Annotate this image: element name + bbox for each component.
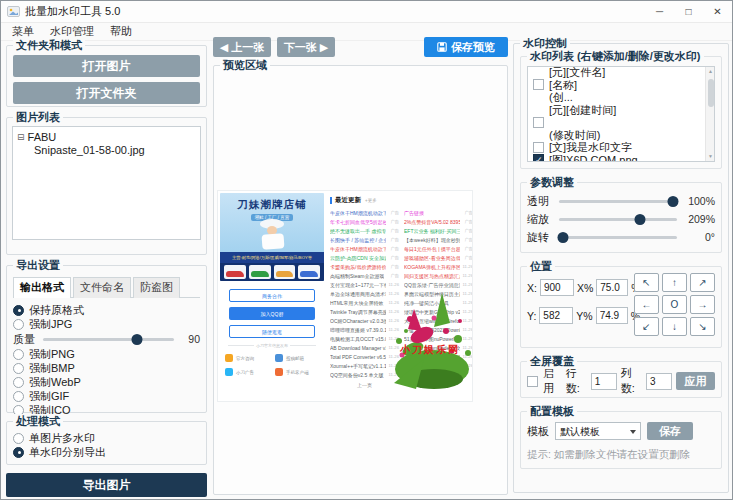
- align-left-button[interactable]: ←: [634, 295, 659, 314]
- left-panel: 文件夹和模式 打开图片 打开文件夹 图片列表 ⊟ FABU Snipaste_0…: [6, 45, 207, 495]
- preview-area-group: 预览区域 刀妹潮牌店铺 潮鞋 / 工厂 / 直营 主营:耐克/阿迪/万斯/匡威/…: [213, 65, 508, 495]
- template-select[interactable]: 默认模板: [555, 422, 641, 440]
- enable-checkbox[interactable]: [527, 376, 538, 387]
- collapse-icon[interactable]: ⊟: [17, 132, 25, 142]
- param-slider-handle[interactable]: [668, 196, 679, 207]
- watermark-item[interactable]: [元][文件名]: [533, 66, 700, 79]
- quality-slider[interactable]: [43, 338, 174, 341]
- menu-item-帮助[interactable]: 帮助: [102, 24, 140, 39]
- watermark-item[interactable]: [图]X6D.COM.png: [533, 154, 700, 163]
- preview-toolbar: ◀ 上一张 下一张 ▶ 保存预览: [213, 37, 510, 57]
- output-format-option[interactable]: 强制BMP: [13, 361, 200, 375]
- banner-title: 刀妹潮牌店铺: [220, 198, 324, 212]
- param-slider[interactable]: [559, 218, 677, 221]
- tree-node-root[interactable]: ⊟ FABU: [17, 131, 196, 143]
- maximize-button[interactable]: □: [674, 1, 703, 22]
- preview-link-tag: 广告: [391, 228, 399, 233]
- preview-link: 界面云端模型神级日历主题美化: [404, 291, 460, 297]
- preview-list-header: 最近更新 +更多: [330, 195, 470, 206]
- minimize-button[interactable]: ─: [645, 1, 674, 22]
- param-slider[interactable]: [559, 236, 677, 239]
- preview-link-tag: 11-26: [463, 336, 472, 341]
- watermark-checkbox[interactable]: [533, 117, 544, 128]
- process-mode-group: 处理模式 单图片多水印单水印分别导出: [6, 421, 207, 465]
- param-slider-handle[interactable]: [557, 232, 568, 243]
- radio-icon[interactable]: [13, 391, 24, 402]
- preview-link-tag: 11-26: [463, 318, 472, 323]
- y-input[interactable]: [539, 307, 573, 324]
- preview-link: OC姬OCharacter v2.0.3便携版: [330, 318, 386, 324]
- open-folder-button[interactable]: 打开文件夹: [13, 82, 200, 104]
- preview-link-tag: 11-26: [389, 318, 399, 323]
- next-image-button[interactable]: 下一张 ▶: [277, 37, 335, 57]
- align-top-left-button[interactable]: ↖: [634, 273, 659, 292]
- preview-link: 电脑检测工具OCCT v15.0.11.99特别..: [330, 336, 386, 342]
- watermark-item[interactable]: [名称]: [533, 79, 700, 92]
- param-slider-row: 旋转0°: [527, 228, 715, 246]
- output-format-option[interactable]: 强制JPG: [13, 317, 200, 331]
- align-top-right-button[interactable]: ↗: [690, 273, 715, 292]
- rows-input[interactable]: [591, 373, 617, 390]
- tab-文件命名[interactable]: 文件命名: [73, 277, 131, 298]
- template-select-value: 默认模板: [560, 426, 600, 437]
- export-images-button[interactable]: 导出图片: [6, 473, 207, 497]
- prev-image-button[interactable]: ◀ 上一张: [213, 37, 271, 57]
- menu-item-菜单[interactable]: 菜单: [4, 24, 42, 39]
- radio-icon[interactable]: [13, 305, 24, 316]
- preview-side-button: 加入QQ群: [229, 307, 315, 320]
- save-template-button[interactable]: 保存: [647, 422, 693, 440]
- param-slider-handle[interactable]: [635, 214, 646, 225]
- watermark-checkbox[interactable]: [533, 79, 544, 90]
- preview-link-row: 51正版 | 草图nuPowerPoint11-26: [404, 334, 472, 343]
- output-format-option[interactable]: 强制GIF: [13, 389, 200, 403]
- tree-node-file[interactable]: Snipaste_01-58-00.jpg: [17, 144, 196, 156]
- scrollbar[interactable]: ▲ ▼: [705, 67, 714, 161]
- watermark-item[interactable]: [元][创建时间]: [533, 104, 700, 117]
- watermark-item[interactable]: [文]我是水印文字: [533, 141, 700, 154]
- radio-icon[interactable]: [13, 319, 24, 330]
- process-mode-option[interactable]: 单图片多水印: [13, 431, 200, 445]
- radio-icon[interactable]: [13, 447, 24, 458]
- open-image-button[interactable]: 打开图片: [13, 55, 200, 77]
- preview-link-tag: 11-26: [389, 363, 399, 368]
- quality-slider-handle[interactable]: [132, 334, 143, 345]
- align-bottom-left-button[interactable]: ↙: [634, 317, 659, 336]
- x-input[interactable]: [540, 279, 574, 296]
- align-bottom-right-button[interactable]: ↘: [690, 317, 715, 336]
- scroll-up-icon[interactable]: ▲: [706, 67, 715, 76]
- output-format-option[interactable]: 保持原格式: [13, 303, 200, 317]
- watermark-item[interactable]: [533, 116, 700, 129]
- y-percent-input[interactable]: [596, 307, 628, 324]
- radio-icon[interactable]: [13, 433, 24, 444]
- apply-button[interactable]: 应用: [676, 372, 715, 390]
- preview-link-row: 牛皮休干HM潮流机动款下单包邮广告: [330, 208, 399, 217]
- scrollbar-thumb[interactable]: [708, 79, 714, 107]
- scroll-down-icon[interactable]: ▼: [706, 152, 715, 161]
- x-percent-input[interactable]: [596, 279, 628, 296]
- preview-link-tag: 11-26: [389, 354, 399, 359]
- menu-item-水印管理[interactable]: 水印管理: [42, 24, 102, 39]
- watermark-item[interactable]: (创...: [533, 91, 700, 104]
- radio-icon[interactable]: [13, 363, 24, 374]
- radio-icon[interactable]: [13, 349, 24, 360]
- align-center-button[interactable]: O: [662, 295, 687, 314]
- output-format-option[interactable]: 强制WebP: [13, 375, 200, 389]
- tab-防盗图[interactable]: 防盗图: [133, 277, 180, 298]
- close-button[interactable]: ✕: [703, 1, 732, 22]
- tab-输出格式[interactable]: 输出格式: [13, 277, 71, 298]
- watermark-item[interactable]: (修改时间): [533, 129, 700, 142]
- preview-link-row: 2%点赞抖音VA/5.02 83951/1个广告: [404, 217, 472, 226]
- align-top-button[interactable]: ↑: [662, 273, 687, 292]
- output-format-option[interactable]: 强制PNG: [13, 347, 200, 361]
- radio-icon[interactable]: [13, 377, 24, 388]
- cols-input[interactable]: [646, 373, 672, 390]
- save-preview-button[interactable]: 保存预览: [424, 37, 508, 57]
- align-bottom-button[interactable]: ↓: [662, 317, 687, 336]
- footer-icon-label: 小刀广告: [236, 370, 254, 375]
- process-mode-option[interactable]: 单水印分别导出: [13, 445, 200, 459]
- quality-value: 90: [180, 333, 200, 345]
- align-right-button[interactable]: →: [690, 295, 715, 314]
- watermark-checkbox[interactable]: [533, 154, 544, 162]
- param-slider[interactable]: [559, 200, 677, 203]
- watermark-checkbox[interactable]: [533, 142, 544, 153]
